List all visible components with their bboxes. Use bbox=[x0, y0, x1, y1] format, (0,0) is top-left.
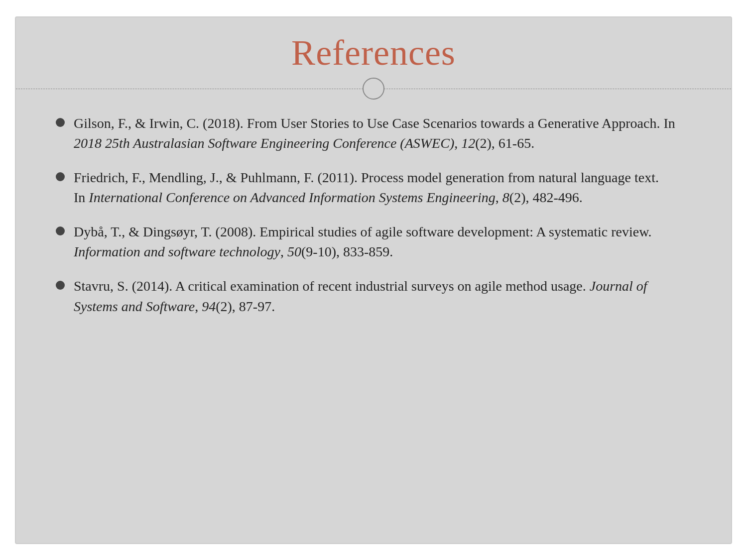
header-section: References bbox=[16, 17, 731, 100]
divider-circle bbox=[363, 78, 384, 100]
list-item: Gilson, F., & Irwin, C. (2018). From Use… bbox=[56, 113, 691, 154]
bullet-icon bbox=[56, 226, 65, 235]
slide-title: References bbox=[16, 32, 731, 74]
reference-text: Dybå, T., & Dingsøyr, T. (2008). Empiric… bbox=[74, 222, 691, 262]
list-item: Stavru, S. (2014). A critical examinatio… bbox=[56, 276, 691, 317]
divider-area bbox=[16, 78, 731, 100]
content-section: Gilson, F., & Irwin, C. (2018). From Use… bbox=[16, 100, 731, 543]
reference-text: Friedrich, F., Mendling, J., & Puhlmann,… bbox=[74, 168, 691, 208]
reference-list: Gilson, F., & Irwin, C. (2018). From Use… bbox=[56, 113, 691, 317]
list-item: Friedrich, F., Mendling, J., & Puhlmann,… bbox=[56, 168, 691, 208]
bullet-icon bbox=[56, 118, 65, 127]
reference-text: Gilson, F., & Irwin, C. (2018). From Use… bbox=[74, 113, 691, 154]
bullet-icon bbox=[56, 172, 65, 181]
reference-text: Stavru, S. (2014). A critical examinatio… bbox=[74, 276, 691, 317]
slide: References Gilson, F., & Irwin, C. (2018… bbox=[15, 16, 732, 544]
list-item: Dybå, T., & Dingsøyr, T. (2008). Empiric… bbox=[56, 222, 691, 262]
bullet-icon bbox=[56, 281, 65, 290]
